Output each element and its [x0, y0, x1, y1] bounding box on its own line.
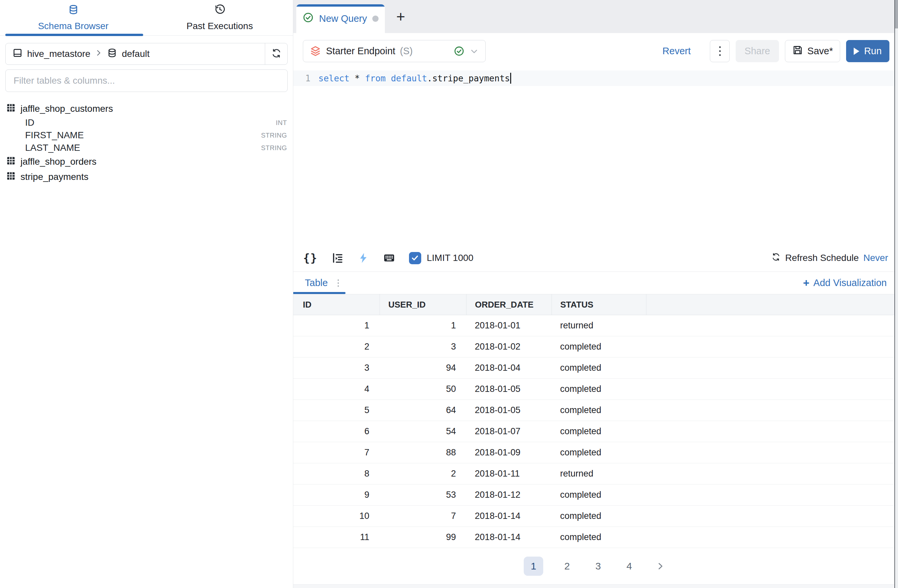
column-type: STRING [261, 144, 287, 152]
sql-code: select * from default.stripe_payments [318, 74, 510, 83]
schema-table-item[interactable]: jaffle_shop_orders [6, 154, 287, 169]
play-icon [854, 48, 859, 55]
refresh-schedule-value[interactable]: Never [863, 252, 888, 263]
table-row: 112018-01-01returned [293, 315, 898, 336]
schema-column-item[interactable]: FIRST_NAMESTRING [6, 129, 287, 142]
schema-column-item[interactable]: LAST_NAMESTRING [6, 142, 287, 154]
lightning-icon[interactable] [357, 252, 369, 264]
query-tab-strip: New Query + [293, 0, 898, 33]
tab-label: Schema Browser [38, 21, 108, 31]
sql-editor-line[interactable]: 1 select * from default.stripe_payments [293, 71, 898, 86]
unsaved-indicator-dot [372, 15, 378, 22]
table-cell-filler [646, 527, 898, 548]
table-cell: 1 [380, 315, 466, 336]
column-name: LAST_NAME [25, 143, 80, 153]
results-section: Table + Add Visualization IDUSER_IDORDER… [293, 271, 898, 584]
schema-tree: jaffle_shop_customersIDINTFIRST_NAMESTRI… [0, 101, 293, 185]
limit-checkbox[interactable] [409, 252, 421, 264]
table-cell-filler [646, 315, 898, 336]
schema-table-item[interactable]: jaffle_shop_customers [6, 101, 287, 116]
table-cell: 10 [293, 506, 380, 527]
vertical-scrollbar[interactable] [894, 0, 898, 588]
filter-tables-input[interactable] [5, 69, 288, 92]
schema-column-item[interactable]: IDINT [6, 116, 287, 129]
table-cell: completed [552, 379, 646, 400]
breadcrumb-catalog[interactable]: hive_metastore [27, 49, 90, 59]
table-cell: 11 [293, 527, 380, 548]
add-visualization-button[interactable]: + Add Visualization [803, 277, 898, 289]
sql-token: .stripe_payments [427, 74, 510, 83]
more-actions-button[interactable] [710, 40, 730, 62]
table-cell-filler [646, 442, 898, 463]
table-cell: 5 [293, 400, 380, 421]
braces-format-icon[interactable]: {} [303, 252, 318, 265]
table-cell: 9 [293, 485, 380, 506]
save-button[interactable]: Save* [785, 40, 840, 62]
refresh-schema-button[interactable] [265, 43, 287, 65]
column-header-filler [646, 294, 898, 315]
run-button[interactable]: Run [846, 40, 889, 62]
editor-empty-space[interactable] [293, 86, 898, 245]
table-cell: completed [552, 442, 646, 463]
table-cell: 64 [380, 400, 466, 421]
table-cell: 6 [293, 421, 380, 442]
table-cell: 88 [380, 442, 466, 463]
table-row: 232018-01-02completed [293, 336, 898, 357]
page-button[interactable]: 2 [560, 557, 574, 576]
table-grid-icon [6, 103, 16, 115]
results-table: IDUSER_IDORDER_DATESTATUS 112018-01-01re… [293, 294, 898, 548]
table-cell-filler [646, 400, 898, 421]
tab-past-executions[interactable]: Past Executions [146, 0, 293, 35]
table-cell: completed [552, 357, 646, 379]
column-header[interactable]: USER_ID [380, 294, 466, 315]
column-header[interactable]: ORDER_DATE [466, 294, 552, 315]
scrollbar-thumb[interactable] [895, 0, 898, 28]
breadcrumb[interactable]: hive_metastore default [6, 43, 265, 65]
query-tab-new-query[interactable]: New Query [296, 4, 385, 33]
query-main-area: New Query + Starter Endpoint (S) [293, 0, 898, 588]
table-row: 9532018-01-12completed [293, 485, 898, 506]
tab-table-visualization[interactable]: Table [305, 277, 328, 288]
table-cell: 7 [380, 506, 466, 527]
column-header[interactable]: ID [293, 294, 380, 315]
limit-label: LIMIT 1000 [427, 252, 474, 263]
tab-schema-browser[interactable]: Schema Browser [0, 0, 146, 35]
limit-toggle-group: LIMIT 1000 [409, 252, 474, 264]
breadcrumb-schema[interactable]: default [121, 49, 149, 59]
new-tab-button[interactable]: + [385, 0, 417, 33]
table-cell: completed [552, 336, 646, 357]
text-cursor [510, 73, 511, 84]
table-cell: completed [552, 506, 646, 527]
indent-icon[interactable] [332, 252, 343, 264]
table-cell: 2018-01-11 [466, 463, 552, 485]
table-cell: 2018-01-12 [466, 485, 552, 506]
visualization-kebab-icon[interactable] [338, 279, 339, 287]
table-cell: 2 [293, 336, 380, 357]
endpoint-name: Starter Endpoint [326, 46, 395, 57]
page-button[interactable]: 1 [524, 557, 543, 576]
share-button[interactable]: Share [736, 40, 779, 62]
table-cell-filler [646, 336, 898, 357]
schema-table-item[interactable]: stripe_payments [6, 169, 287, 185]
next-page-button[interactable] [653, 557, 667, 576]
chevron-right-icon [95, 49, 103, 59]
table-cell: 99 [380, 527, 466, 548]
column-header[interactable]: STATUS [552, 294, 646, 315]
sql-editor[interactable]: 1 select * from default.stripe_payments [293, 71, 898, 86]
revert-button[interactable]: Revert [663, 46, 691, 57]
sql-warehouse-icon [309, 45, 321, 57]
database-icon [107, 48, 117, 60]
chevron-down-icon [469, 46, 479, 56]
keyboard-shortcuts-icon[interactable] [383, 252, 395, 264]
visualization-tabs: Table + Add Visualization [293, 272, 898, 294]
table-row: 4502018-01-05completed [293, 379, 898, 400]
endpoint-selector[interactable]: Starter Endpoint (S) [303, 40, 486, 62]
pagination: 1234 [293, 548, 898, 584]
page-button[interactable]: 4 [622, 557, 637, 576]
column-type: INT [276, 119, 287, 127]
table-cell-filler [646, 485, 898, 506]
refresh-schedule-group: Refresh Schedule Never [771, 252, 888, 264]
results-body: 112018-01-01returned232018-01-02complete… [293, 315, 898, 548]
table-grid-icon [6, 156, 16, 168]
page-button[interactable]: 3 [591, 557, 605, 576]
